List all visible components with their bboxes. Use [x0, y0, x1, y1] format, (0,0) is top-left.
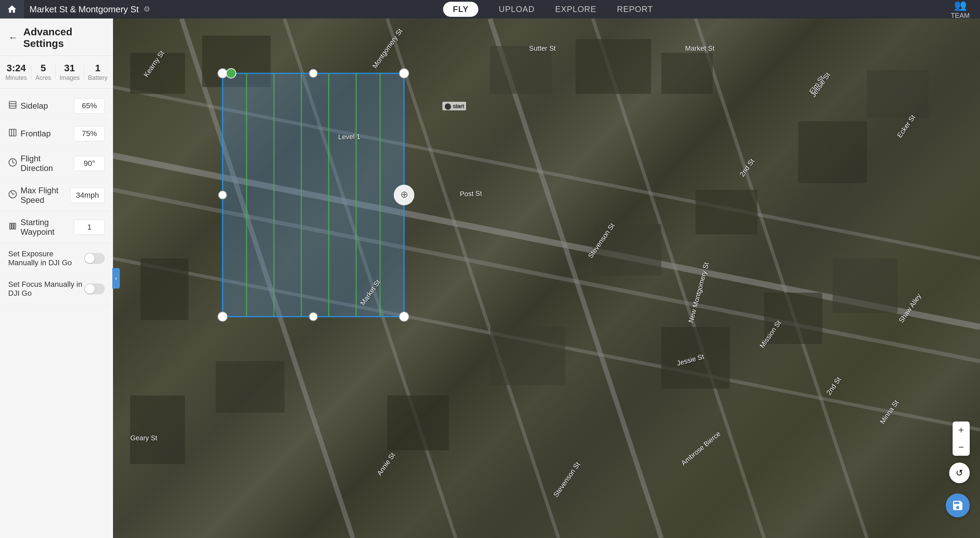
sidelap-value[interactable]: 65%	[74, 98, 105, 113]
zoom-controls: + −	[953, 421, 970, 456]
tab-fly[interactable]: FLY	[443, 2, 478, 17]
team-button[interactable]: 👥 TEAM	[940, 0, 980, 19]
stats-row: 3:24 Minutes 5 Acres 31 Images 1 Battery	[0, 56, 113, 89]
svg-point-44	[399, 69, 409, 78]
nav-title-area: Market St & Montgomery St ⚙	[24, 4, 156, 15]
svg-marker-36	[223, 73, 404, 317]
flight-direction-icon	[8, 158, 21, 169]
flight-zone-svg: ⊕	[158, 63, 425, 344]
setting-row-flight-direction: Flight Direction 90°	[0, 148, 113, 180]
map-container[interactable]: ⊕ Kearny St Montgomery St Sutter St Mark…	[113, 19, 980, 538]
svg-text:⊕: ⊕	[400, 189, 408, 200]
svg-rect-7	[12, 223, 13, 229]
flight-direction-label: Flight Direction	[21, 154, 74, 173]
images-label: Images	[60, 74, 80, 81]
stat-minutes: 3:24 Minutes	[5, 63, 27, 81]
zoom-out-button[interactable]: −	[953, 439, 970, 456]
flight-direction-value[interactable]: 90°	[74, 156, 105, 171]
svg-rect-34	[764, 293, 822, 344]
setting-row-waypoint: Starting Waypoint 1	[0, 211, 113, 243]
team-label: TEAM	[951, 12, 970, 19]
collapse-icon: ‹	[115, 275, 117, 282]
reset-button[interactable]: ↺	[949, 463, 970, 483]
waypoint-icon	[8, 222, 21, 233]
frontlap-value[interactable]: 75%	[74, 126, 105, 141]
svg-rect-25	[593, 224, 661, 276]
collapse-button[interactable]: ‹	[112, 268, 120, 289]
toggle-row-focus: Set Focus Manually in DJI Go	[0, 274, 113, 304]
max-speed-value[interactable]: 34mph	[70, 188, 105, 203]
acres-value: 5	[35, 63, 51, 74]
sidebar-title: Advanced Settings	[23, 26, 105, 49]
tab-upload[interactable]: UPLOAD	[499, 5, 535, 14]
setting-row-frontlap: Frontlap 75%	[0, 120, 113, 148]
svg-point-48	[309, 313, 317, 321]
battery-label: Battery	[88, 74, 108, 81]
back-button[interactable]: ←	[8, 32, 18, 43]
waypoint-value[interactable]: 1	[74, 220, 105, 235]
svg-rect-0	[9, 101, 16, 108]
exposure-toggle-knob	[85, 254, 94, 263]
minutes-label: Minutes	[5, 74, 27, 81]
images-value: 31	[60, 63, 80, 74]
zoom-in-button[interactable]: +	[953, 421, 970, 439]
svg-rect-31	[387, 396, 449, 450]
svg-rect-21	[490, 46, 552, 94]
svg-rect-29	[130, 396, 185, 464]
svg-point-43	[218, 69, 228, 78]
svg-point-47	[309, 69, 317, 77]
svg-rect-8	[14, 223, 16, 229]
svg-rect-27	[799, 121, 867, 183]
waypoint-label: Starting Waypoint	[21, 218, 74, 237]
nav-tabs: FLY UPLOAD EXPLORE REPORT	[156, 2, 940, 17]
setting-row-max-speed: Max Flight Speed 34mph	[0, 180, 113, 211]
settings-list: Sidelap 65% Frontlap 75% Fl	[0, 89, 113, 538]
battery-value: 1	[88, 63, 108, 74]
svg-rect-35	[833, 259, 898, 313]
stat-divider-1	[31, 65, 32, 79]
svg-rect-6	[10, 223, 11, 229]
frontlap-label: Frontlap	[21, 129, 74, 139]
svg-rect-28	[867, 70, 929, 118]
sidelap-icon	[8, 101, 21, 111]
svg-rect-22	[576, 39, 651, 94]
gear-icon[interactable]: ⚙	[143, 5, 150, 14]
save-button[interactable]	[946, 493, 970, 517]
stat-divider-2	[55, 65, 56, 79]
svg-point-45	[218, 312, 228, 321]
svg-point-49	[218, 191, 227, 199]
focus-toggle-knob	[85, 284, 94, 294]
exposure-label: Set Exposure Manually in DJI Go	[8, 249, 84, 267]
tab-report[interactable]: REPORT	[617, 5, 653, 14]
minutes-value: 3:24	[5, 63, 27, 74]
exposure-toggle[interactable]	[84, 253, 105, 264]
svg-rect-32	[490, 327, 565, 385]
stat-divider-3	[84, 65, 84, 79]
sidelap-label: Sidelap	[21, 101, 74, 111]
svg-rect-3	[9, 129, 16, 136]
svg-rect-26	[695, 190, 757, 235]
home-button[interactable]	[0, 0, 24, 19]
acres-label: Acres	[35, 74, 51, 81]
tab-explore[interactable]: EXPLORE	[555, 5, 596, 14]
focus-label: Set Focus Manually in DJI Go	[8, 280, 84, 298]
stat-images: 31 Images	[60, 63, 80, 81]
svg-rect-33	[661, 327, 730, 389]
svg-line-14	[490, 19, 661, 538]
sidebar-header: ← Advanced Settings	[0, 19, 113, 56]
svg-point-46	[399, 312, 409, 321]
max-speed-icon	[8, 190, 21, 201]
svg-rect-30	[216, 361, 284, 413]
setting-row-sidelap: Sidelap 65%	[0, 92, 113, 120]
max-speed-label: Max Flight Speed	[21, 186, 70, 205]
top-nav: Market St & Montgomery St ⚙ FLY UPLOAD E…	[0, 0, 980, 19]
frontlap-icon	[8, 128, 21, 139]
sidebar: ← Advanced Settings 3:24 Minutes 5 Acres…	[0, 19, 113, 538]
location-title: Market St & Montgomery St	[29, 4, 139, 15]
toggle-row-exposure: Set Exposure Manually in DJI Go	[0, 243, 113, 274]
svg-rect-23	[661, 53, 713, 94]
stat-acres: 5 Acres	[35, 63, 51, 81]
stat-battery: 1 Battery	[88, 63, 108, 81]
focus-toggle[interactable]	[84, 283, 105, 294]
svg-point-51	[226, 69, 236, 78]
